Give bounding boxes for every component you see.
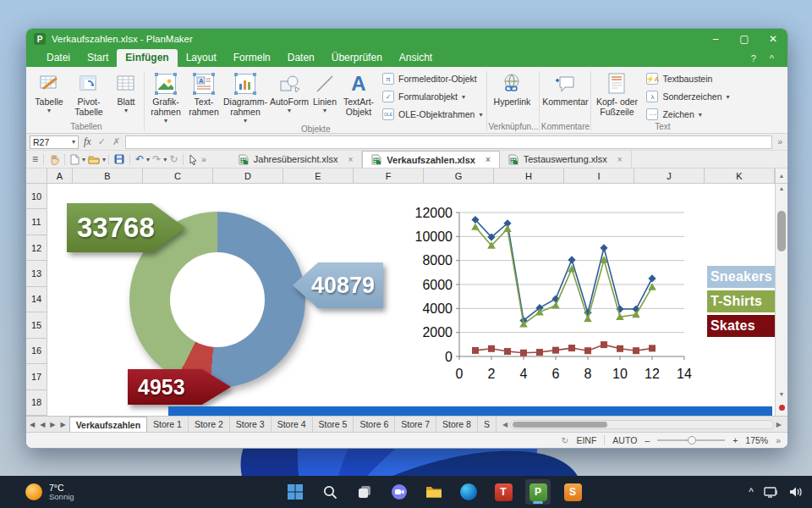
grafikrahmen-button[interactable]: Grafik-rahmen▾ xyxy=(145,69,186,124)
sheet-tab-store-5[interactable]: Store 5 xyxy=(313,417,354,432)
redo-icon[interactable]: ↷ xyxy=(150,153,163,165)
menu-item-ansicht[interactable]: Ansicht xyxy=(391,49,441,67)
diagrammrahmen-button[interactable]: Diagramm-rahmen▾ xyxy=(222,69,269,124)
column-header-D[interactable]: D xyxy=(213,168,283,183)
sheet-tab-s[interactable]: S xyxy=(478,417,497,432)
scroll-down-icon[interactable]: ▼ xyxy=(776,391,787,397)
sidebar-icon[interactable]: ≡ xyxy=(30,153,41,165)
pointer-icon[interactable] xyxy=(186,154,200,165)
menu-item-datei[interactable]: Datei xyxy=(38,49,79,67)
doc-tab-verkaufszahlen[interactable]: Verkaufszahlen.xlsx × xyxy=(362,151,499,168)
menu-item-daten[interactable]: Daten xyxy=(279,49,323,67)
row-header-13[interactable]: 13 xyxy=(26,261,47,286)
kopf-fusszeile-button[interactable]: Kopf- oder Fußzeile xyxy=(592,69,641,118)
start-button[interactable] xyxy=(283,479,308,505)
doc-tab-jahresuebersicht[interactable]: Jahresübersicht.xlsx × xyxy=(230,151,363,168)
textrahmen-button[interactable]: A Text-rahmen xyxy=(186,69,222,118)
hscroll-right-icon[interactable]: ▶ xyxy=(774,421,784,428)
formeleditor-button[interactable]: π Formeleditor-Objekt xyxy=(382,73,482,85)
vertical-scrollbar[interactable]: ▲ ▼ xyxy=(775,184,787,416)
accept-icon[interactable]: ✓ xyxy=(96,136,107,147)
hyperlink-button[interactable]: Hyperlink xyxy=(488,69,535,108)
weather-widget[interactable]: 7°C Sonnig xyxy=(25,483,74,502)
row-header-17[interactable]: 17 xyxy=(26,364,47,389)
zoom-in-icon[interactable]: + xyxy=(732,435,738,445)
line-chart[interactable]: 02000400060008000100001200002468101214 xyxy=(410,199,698,395)
tab-close-icon[interactable]: × xyxy=(617,155,623,164)
status-refresh-icon[interactable]: ↻ xyxy=(562,435,569,445)
edge-browser-button[interactable] xyxy=(456,479,481,505)
column-header-C[interactable]: C xyxy=(143,168,213,183)
autoform-button[interactable]: AutoForm▾ xyxy=(269,69,310,115)
menu-item-formeln[interactable]: Formeln xyxy=(225,49,279,67)
cell-reference-box[interactable]: R27 ▾ xyxy=(30,135,79,149)
formula-overflow-icon[interactable]: » xyxy=(776,137,784,146)
row-header-10[interactable]: 10 xyxy=(26,184,47,209)
column-header-I[interactable]: I xyxy=(564,168,634,183)
volume-icon[interactable] xyxy=(789,486,804,498)
sheet-tab-store-4[interactable]: Store 4 xyxy=(272,417,313,432)
row-header-16[interactable]: 16 xyxy=(26,339,47,364)
column-header-G[interactable]: G xyxy=(424,168,494,183)
zeichen-button[interactable]: ⋯ Zeichen▾ xyxy=(646,108,729,120)
callout-sneakers-value[interactable]: 40879 xyxy=(293,262,383,308)
zoom-slider[interactable] xyxy=(657,439,725,441)
first-sheet-icon[interactable]: ◀ xyxy=(30,421,35,428)
undo-icon[interactable]: ↶ xyxy=(133,153,146,165)
row-header-14[interactable]: 14 xyxy=(26,287,47,312)
minimize-button[interactable]: – xyxy=(701,29,730,49)
vertical-scroll-thumb[interactable] xyxy=(777,211,786,251)
sheet-tab-verkaufszahlen[interactable]: Verkaufszahlen xyxy=(69,417,147,432)
menu-item-überprüfen[interactable]: Überprüfen xyxy=(323,49,391,67)
task-view-button[interactable] xyxy=(352,479,377,505)
sheet-tab-store-1[interactable]: Store 1 xyxy=(147,417,189,432)
sheet-tab-store-7[interactable]: Store 7 xyxy=(395,417,436,432)
doc-tab-testauswertung[interactable]: Testauswertung.xlsx × xyxy=(500,151,632,168)
planmaker-button[interactable]: P xyxy=(525,479,551,505)
textart-button[interactable]: A TextArt-Objekt xyxy=(340,69,377,118)
sheet-tab-store-3[interactable]: Store 3 xyxy=(230,417,272,432)
prev-sheet-icon[interactable]: ◀ xyxy=(40,421,45,428)
statusbar-overflow-icon[interactable]: » xyxy=(776,435,781,445)
collapse-ribbon-icon[interactable]: ^ xyxy=(763,51,781,67)
close-button[interactable]: ✕ xyxy=(759,29,787,49)
network-icon[interactable] xyxy=(764,486,779,498)
zoom-level[interactable]: 175% xyxy=(745,435,768,445)
blatt-button[interactable]: Blatt▾ xyxy=(109,69,143,115)
pan-hand-icon[interactable] xyxy=(47,154,62,165)
scroll-up-icon[interactable]: ▲ xyxy=(775,168,787,183)
pivot-tabelle-button[interactable]: Pivot-Tabelle xyxy=(69,69,109,118)
new-document-icon[interactable] xyxy=(68,154,82,165)
menu-item-start[interactable]: Start xyxy=(79,49,117,67)
column-header-B[interactable]: B xyxy=(73,168,143,183)
menu-item-einfügen[interactable]: Einfügen xyxy=(117,49,177,67)
tabelle-button[interactable]: Tabelle▾ xyxy=(30,69,69,115)
tab-close-icon[interactable]: × xyxy=(348,155,353,164)
column-header-E[interactable]: E xyxy=(283,168,354,183)
last-sheet-icon[interactable]: ▶ xyxy=(60,421,65,428)
horizontal-scrollbar[interactable]: ◀ ▶ xyxy=(500,418,784,430)
row-header-18[interactable]: 18 xyxy=(26,390,47,416)
linien-button[interactable]: Linien▾ xyxy=(310,69,340,115)
split-marker[interactable] xyxy=(779,405,785,411)
callout-tshirts-value[interactable]: 33768 xyxy=(67,203,185,252)
save-icon[interactable] xyxy=(112,154,127,164)
column-header-K[interactable]: K xyxy=(705,168,775,183)
help-icon[interactable]: ? xyxy=(744,51,763,67)
cancel-icon[interactable]: ✗ xyxy=(111,136,122,147)
column-header-F[interactable]: F xyxy=(354,168,424,183)
sheet-tab-store-2[interactable]: Store 2 xyxy=(189,417,230,432)
open-folder-icon[interactable] xyxy=(85,154,102,164)
horizontal-scroll-thumb[interactable] xyxy=(513,422,607,428)
sheet-canvas[interactable]: 33768 40879 4953 02000400060008000100001… xyxy=(47,184,775,416)
maximize-button[interactable]: ▢ xyxy=(730,29,759,49)
row-header-11[interactable]: 11 xyxy=(26,209,47,235)
textbaustein-button[interactable]: ⚡A Textbaustein xyxy=(646,73,729,85)
ole-objektrahmen-button[interactable]: OLE OLE-Objektrahmen▾ xyxy=(382,108,482,120)
column-header-H[interactable]: H xyxy=(494,168,564,183)
callout-skates-value[interactable]: 4953 xyxy=(128,369,231,405)
sonderzeichen-button[interactable]: λ Sonderzeichen▾ xyxy=(646,91,729,102)
chat-button[interactable] xyxy=(387,479,412,505)
column-header-J[interactable]: J xyxy=(634,168,705,183)
search-button[interactable] xyxy=(317,479,343,505)
